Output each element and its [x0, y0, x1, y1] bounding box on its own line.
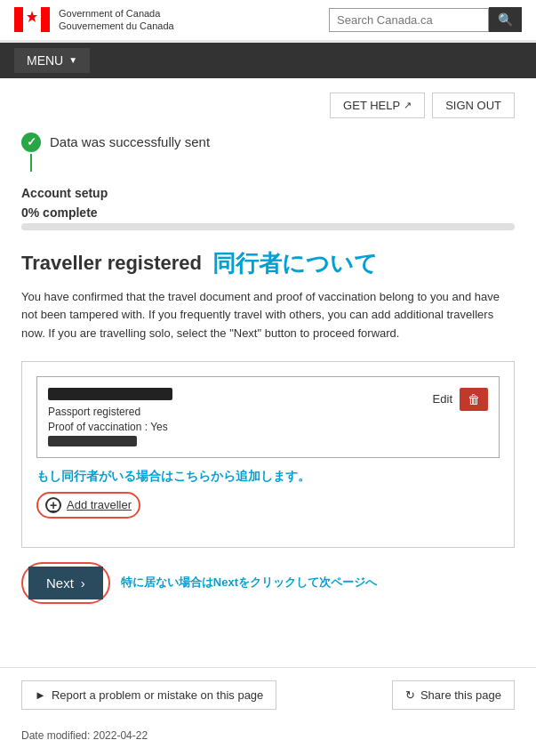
top-actions: GET HELP ↗ SIGN OUT	[21, 92, 515, 118]
menu-label: MENU	[27, 53, 63, 68]
traveller-container: Passport registered Proof of vaccination…	[21, 361, 515, 548]
report-problem-button[interactable]: ► Report a problem or mistake on this pa…	[21, 680, 276, 710]
section-heading: Traveller registered 同行者について	[21, 248, 515, 279]
trash-icon: 🗑	[468, 392, 480, 406]
success-text: Data was successfully sent	[50, 133, 210, 149]
play-icon: ►	[35, 688, 46, 702]
progress-label: 0% complete	[21, 205, 515, 220]
gov-title-en: Government of Canada	[59, 7, 174, 20]
canada-flag-icon	[14, 7, 50, 32]
success-message: ✓ Data was successfully sent	[21, 133, 515, 172]
footer-actions: ► Report a problem or mistake on this pa…	[0, 667, 536, 722]
next-row: Next › 特に居ない場合はNextをクリックして次ページへ	[21, 562, 515, 604]
next-label: Next	[46, 575, 74, 591]
add-traveller-label: Add traveller	[67, 498, 132, 511]
share-label: Share this page	[420, 688, 501, 702]
next-arrow-icon: ›	[81, 575, 85, 591]
share-icon: ↻	[405, 688, 415, 702]
next-annotation: 特に居ない場合はNextをクリックして次ページへ	[121, 575, 377, 591]
chevron-down-icon: ▼	[68, 55, 77, 65]
external-link-icon: ↗	[404, 100, 412, 111]
sign-out-button[interactable]: SIGN OUT	[432, 92, 515, 118]
passport-registered-label: Passport registered	[48, 406, 488, 418]
traveller-card-actions: Edit 🗑	[433, 388, 488, 411]
success-checkmark-icon: ✓	[21, 133, 41, 152]
section-title-jp: 同行者について	[212, 248, 378, 279]
report-label: Report a problem or mistake on this page	[52, 688, 263, 702]
traveller-name-redacted	[48, 388, 172, 400]
section-title: Traveller registered	[21, 252, 202, 275]
progress-bar	[21, 223, 515, 230]
add-traveller-circle: + Add traveller	[36, 492, 140, 519]
account-setup-label: Account setup	[21, 186, 515, 200]
share-page-button[interactable]: ↻ Share this page	[392, 680, 515, 710]
traveller-card: Passport registered Proof of vaccination…	[36, 376, 500, 458]
main-content: GET HELP ↗ SIGN OUT ✓ Data was successfu…	[0, 78, 536, 667]
plus-circle-icon: +	[45, 497, 61, 513]
svg-rect-2	[41, 7, 50, 32]
sign-out-label: SIGN OUT	[445, 99, 501, 112]
delete-button[interactable]: 🗑	[460, 388, 488, 411]
get-help-button[interactable]: GET HELP ↗	[330, 92, 425, 118]
next-circle-wrap: Next ›	[21, 562, 110, 604]
get-help-label: GET HELP	[343, 99, 400, 112]
section-description: You have confirmed that the travel docum…	[21, 288, 515, 343]
menu-button[interactable]: MENU ▼	[14, 48, 90, 73]
success-icon-wrap: ✓	[21, 133, 41, 172]
edit-link[interactable]: Edit	[433, 392, 452, 406]
success-line	[30, 154, 32, 172]
search-area[interactable]: 🔍	[329, 7, 522, 32]
gov-title-fr: Gouvernement du Canada	[59, 20, 174, 32]
gov-title: Government of Canada Gouvernement du Can…	[59, 7, 174, 33]
next-button[interactable]: Next ›	[28, 567, 103, 599]
logo-area: Government of Canada Gouvernement du Can…	[14, 7, 174, 33]
search-input[interactable]	[329, 8, 489, 32]
date-modified: Date modified: 2022-04-22	[0, 722, 536, 756]
vaccination-label: Proof of vaccination : Yes	[48, 421, 488, 433]
add-traveller-button[interactable]: + Add traveller	[45, 497, 132, 513]
vaccination-redacted	[48, 436, 137, 446]
svg-rect-0	[14, 7, 23, 32]
header: Government of Canada Gouvernement du Can…	[0, 0, 536, 43]
search-button[interactable]: 🔍	[489, 7, 522, 32]
nav-bar: MENU ▼	[0, 43, 536, 78]
add-traveller-annotation: もし同行者がいる場合はこちらから追加します。	[36, 469, 500, 485]
